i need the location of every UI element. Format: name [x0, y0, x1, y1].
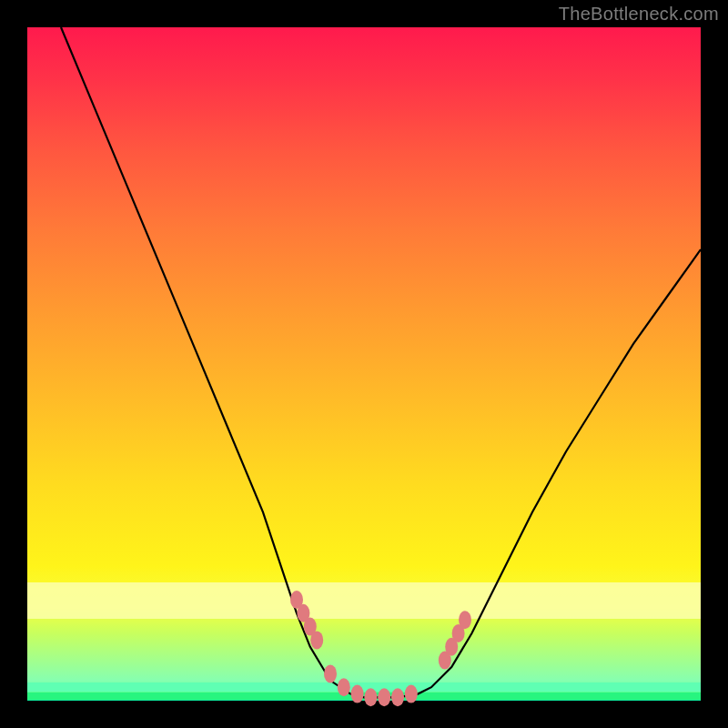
highlight-dots-group: [290, 591, 471, 706]
highlight-dot: [378, 688, 390, 706]
bottleneck-curve: [61, 27, 701, 697]
highlight-dot: [338, 678, 350, 696]
highlight-dot: [391, 688, 404, 706]
highlight-dot: [324, 664, 337, 682]
highlight-dot: [405, 685, 418, 703]
plot-frame: [27, 27, 701, 701]
watermark-text: TheBottleneck.com: [559, 4, 719, 25]
highlight-dot: [310, 631, 323, 649]
highlight-dot: [351, 685, 364, 703]
highlight-dot: [364, 688, 377, 706]
highlight-dot: [459, 611, 471, 629]
curve-layer: [27, 27, 701, 701]
